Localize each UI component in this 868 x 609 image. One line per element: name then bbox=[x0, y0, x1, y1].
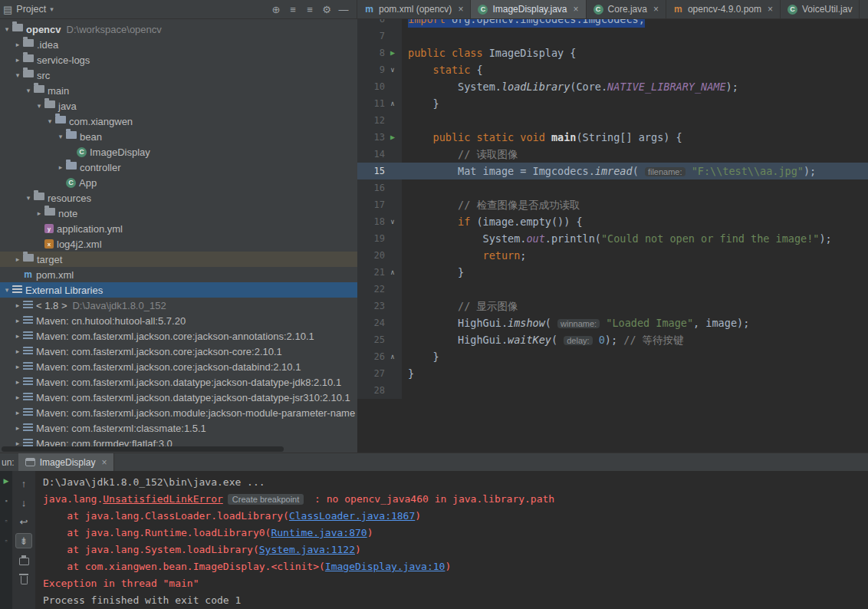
settings-icon[interactable]: ⚙ bbox=[320, 4, 334, 15]
tree-item[interactable]: ▸target bbox=[0, 252, 357, 267]
tree-item[interactable]: CApp bbox=[0, 175, 357, 190]
tree-item[interactable]: ▸Maven: com.fasterxml.jackson.core:jacks… bbox=[0, 344, 357, 359]
tree-item[interactable]: mpom.xml bbox=[0, 267, 357, 282]
project-selector[interactable]: Project bbox=[16, 4, 46, 15]
pin-icon[interactable]: ▫ bbox=[5, 517, 7, 525]
tree-item[interactable]: ▸Maven: com.fasterxml.jackson.core:jacks… bbox=[0, 359, 357, 374]
stack-trace-link[interactable]: ClassLoader.java:1867 bbox=[289, 510, 415, 522]
code-text[interactable]: static { bbox=[402, 61, 868, 78]
chevron-right-icon[interactable]: ▸ bbox=[12, 347, 23, 355]
up-stack-icon[interactable]: ↑ bbox=[15, 476, 32, 491]
tree-item[interactable]: ▸Maven: com.fasterxml.jackson.module:jac… bbox=[0, 405, 357, 420]
run-icon[interactable]: ▶ bbox=[385, 129, 400, 146]
editor-tab[interactable]: CVoiceUtil.jav bbox=[781, 0, 860, 18]
editor-tab[interactable]: mpom.xml (opencv)× bbox=[357, 0, 471, 18]
close-panel-icon[interactable]: ▫ bbox=[5, 537, 7, 545]
code-text[interactable]: System.loadLibrary(Core.NATIVE_LIBRARY_N… bbox=[402, 78, 868, 95]
chevron-down-icon[interactable]: ▾ bbox=[44, 117, 55, 125]
chevron-right-icon[interactable]: ▸ bbox=[12, 393, 23, 401]
tree-item[interactable]: ▸service-logs bbox=[0, 52, 357, 67]
chevron-right-icon[interactable]: ▸ bbox=[12, 424, 23, 432]
chevron-right-icon[interactable]: ▸ bbox=[12, 409, 23, 416]
scroll-to-end-icon[interactable]: ⇟ bbox=[15, 533, 32, 548]
code-text[interactable] bbox=[402, 28, 868, 44]
chevron-down-icon[interactable]: ▾ bbox=[12, 71, 23, 79]
tree-item[interactable]: ▸Maven: com.fasterxml.jackson.datatype:j… bbox=[0, 374, 357, 390]
locate-icon[interactable]: ⊕ bbox=[269, 4, 283, 15]
tree-item[interactable]: ▸< 1.8 >D:\Java\jdk1.8.0_152 bbox=[0, 298, 357, 313]
close-icon[interactable]: × bbox=[653, 4, 659, 15]
tree-item[interactable]: ▾com.xiangwen bbox=[0, 114, 357, 129]
tree-item[interactable]: ▸note bbox=[0, 206, 357, 221]
code-text[interactable]: } bbox=[402, 348, 868, 365]
code-text[interactable] bbox=[402, 281, 868, 298]
code-text[interactable]: if (image.empty()) { bbox=[402, 213, 868, 230]
expand-all-icon[interactable]: ≡ bbox=[303, 4, 317, 15]
tree-item[interactable]: ▾opencvD:\workspace\opencv bbox=[0, 21, 357, 37]
tree-item[interactable]: ▾main bbox=[0, 83, 357, 98]
tree-item[interactable]: ▾External Libraries bbox=[0, 282, 357, 298]
chevron-right-icon[interactable]: ▸ bbox=[12, 56, 23, 64]
editor-tab[interactable]: CCore.java× bbox=[587, 0, 666, 18]
tree-item[interactable]: ▾java bbox=[0, 98, 357, 114]
stop-icon[interactable]: ▪ bbox=[5, 497, 7, 505]
tree-item[interactable]: CImageDisplay bbox=[0, 144, 357, 160]
tree-item[interactable]: xlog4j2.xml bbox=[0, 236, 357, 252]
tree-item[interactable]: ▾bean bbox=[0, 129, 357, 144]
chevron-down-icon[interactable]: ▾ bbox=[23, 194, 34, 202]
code-text[interactable]: HighGui.imshow( winname: "Loaded Image",… bbox=[402, 314, 868, 331]
print-icon[interactable] bbox=[15, 552, 32, 568]
fold-expand-icon[interactable]: ∧ bbox=[385, 264, 400, 281]
tree-item[interactable]: ▸Maven: cn.hutool:hutool-all:5.7.20 bbox=[0, 313, 357, 328]
run-icon[interactable]: ▶ bbox=[385, 44, 400, 61]
editor-tab[interactable]: mopencv-4.9.0.pom× bbox=[666, 0, 781, 18]
soft-wrap-icon[interactable]: ↩ bbox=[15, 514, 32, 529]
code-text[interactable] bbox=[402, 112, 868, 129]
chevron-right-icon[interactable]: ▸ bbox=[12, 301, 23, 309]
code-text[interactable]: import org.opencv.imgcodecs.Imgcodecs; bbox=[402, 19, 868, 28]
chevron-right-icon[interactable]: ▸ bbox=[12, 363, 23, 370]
fold-expand-icon[interactable]: ∧ bbox=[385, 348, 400, 365]
code-text[interactable]: } bbox=[402, 95, 868, 112]
create-breakpoint-chip[interactable]: Create breakpoint bbox=[228, 494, 304, 505]
close-icon[interactable]: × bbox=[574, 4, 579, 15]
fold-collapse-icon[interactable]: ∨ bbox=[385, 61, 400, 78]
horizontal-scrollbar[interactable] bbox=[2, 446, 284, 452]
chevron-down-icon[interactable]: ▾ bbox=[34, 102, 44, 110]
code-text[interactable]: Mat image = Imgcodecs.imread( filename: … bbox=[402, 163, 868, 179]
stack-trace-link[interactable]: ImageDisplay.java:10 bbox=[325, 561, 446, 572]
chevron-right-icon[interactable]: ▸ bbox=[55, 163, 66, 171]
fold-expand-icon[interactable]: ∧ bbox=[385, 95, 400, 112]
tree-item[interactable]: ▸Maven: com.fasterxml.jackson.core:jacks… bbox=[0, 328, 357, 344]
tree-item[interactable]: ▸Maven: com.fasterxml.jackson.datatype:j… bbox=[0, 390, 357, 405]
chevron-right-icon[interactable]: ▸ bbox=[12, 378, 23, 386]
code-text[interactable] bbox=[402, 179, 868, 196]
code-text[interactable]: } bbox=[402, 264, 868, 281]
clear-icon[interactable] bbox=[15, 571, 32, 587]
code-text[interactable] bbox=[402, 382, 868, 399]
fold-collapse-icon[interactable]: ∨ bbox=[385, 213, 400, 230]
tree-item[interactable]: ▾resources bbox=[0, 190, 357, 206]
tree-item[interactable]: ▸Maven: com.fasterxml:classmate:1.5.1 bbox=[0, 420, 357, 436]
close-icon[interactable]: × bbox=[768, 4, 773, 15]
code-text[interactable]: // 检查图像是否成功读取 bbox=[402, 196, 868, 213]
code-text[interactable]: public class ImageDisplay { bbox=[402, 44, 868, 61]
tree-item[interactable]: ▾src bbox=[0, 67, 357, 83]
project-view-icon[interactable]: ▤ bbox=[3, 4, 12, 15]
rerun-icon[interactable]: ▶ bbox=[4, 477, 9, 485]
close-icon[interactable]: × bbox=[458, 4, 463, 15]
chevron-down-icon[interactable]: ▾ bbox=[2, 286, 12, 294]
chevron-right-icon[interactable]: ▸ bbox=[34, 209, 44, 217]
tree-item[interactable]: yapplication.yml bbox=[0, 221, 357, 236]
stack-trace-link[interactable]: System.java:1122 bbox=[259, 544, 355, 555]
chevron-down-icon[interactable]: ▾ bbox=[23, 87, 34, 94]
code-text[interactable]: return; bbox=[402, 247, 868, 264]
code-text[interactable]: System.out.println("Could not open or fi… bbox=[402, 230, 868, 247]
editor-tab[interactable]: CImageDisplay.java× bbox=[471, 0, 586, 18]
chevron-right-icon[interactable]: ▸ bbox=[12, 41, 23, 48]
chevron-right-icon[interactable]: ▸ bbox=[12, 317, 23, 324]
chevron-right-icon[interactable]: ▸ bbox=[12, 332, 23, 340]
chevron-down-icon[interactable]: ▾ bbox=[2, 25, 12, 33]
chevron-down-icon[interactable]: ▾ bbox=[50, 5, 54, 13]
close-icon[interactable]: × bbox=[101, 457, 107, 468]
